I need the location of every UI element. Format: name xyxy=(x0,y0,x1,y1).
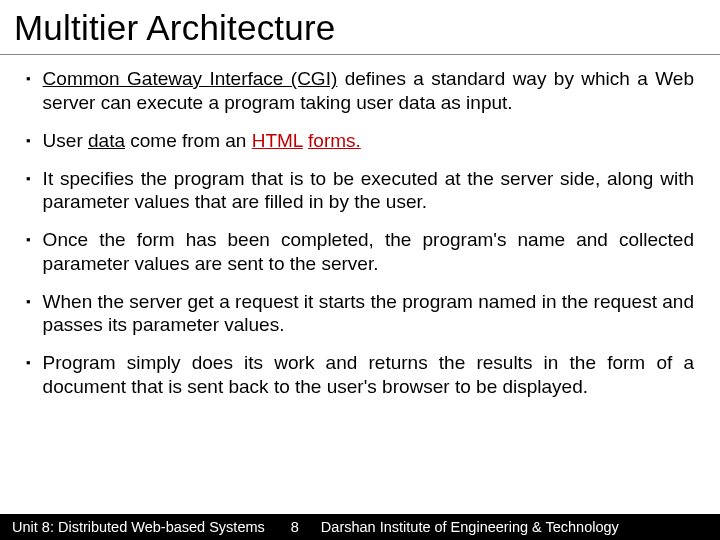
bullet-marker-icon: ▪ xyxy=(26,129,31,153)
bullet-text: When the server get a request it starts … xyxy=(43,290,694,338)
emph-forms: forms. xyxy=(308,130,361,151)
slide-footer: Unit 8: Distributed Web-based Systems 8 … xyxy=(0,514,720,540)
bullet-marker-icon: ▪ xyxy=(26,228,31,252)
bullet-2: ▪ User data come from an HTML forms. xyxy=(26,129,694,153)
slide-body: ▪ Common Gateway Interface (CGI) defines… xyxy=(0,55,720,399)
bullet-text: Once the form has been completed, the pr… xyxy=(43,228,694,276)
footer-institute: Darshan Institute of Engineering & Techn… xyxy=(321,519,720,535)
bullet-5: ▪ When the server get a request it start… xyxy=(26,290,694,338)
bullet-1: ▪ Common Gateway Interface (CGI) defines… xyxy=(26,67,694,115)
bullet-6: ▪ Program simply does its work and retur… xyxy=(26,351,694,399)
bullet-marker-icon: ▪ xyxy=(26,67,31,91)
bullet-text: Common Gateway Interface (CGI) defines a… xyxy=(43,67,694,115)
bullet-text: User data come from an HTML forms. xyxy=(43,129,694,153)
bullet-text: Program simply does its work and returns… xyxy=(43,351,694,399)
footer-unit: Unit 8: Distributed Web-based Systems xyxy=(0,519,265,535)
bullet-marker-icon: ▪ xyxy=(26,290,31,314)
slide-title: Multitier Architecture xyxy=(0,0,720,55)
emph-data: data xyxy=(88,130,125,151)
bullet-marker-icon: ▪ xyxy=(26,351,31,375)
bullet-4: ▪ Once the form has been completed, the … xyxy=(26,228,694,276)
emph-html: HTML xyxy=(252,130,303,151)
bullet-3: ▪ It specifies the program that is to be… xyxy=(26,167,694,215)
bullet-text: It specifies the program that is to be e… xyxy=(43,167,694,215)
bullet-marker-icon: ▪ xyxy=(26,167,31,191)
emph-cgi: Common Gateway Interface (CGI) xyxy=(43,68,338,89)
footer-page-number: 8 xyxy=(265,519,321,535)
